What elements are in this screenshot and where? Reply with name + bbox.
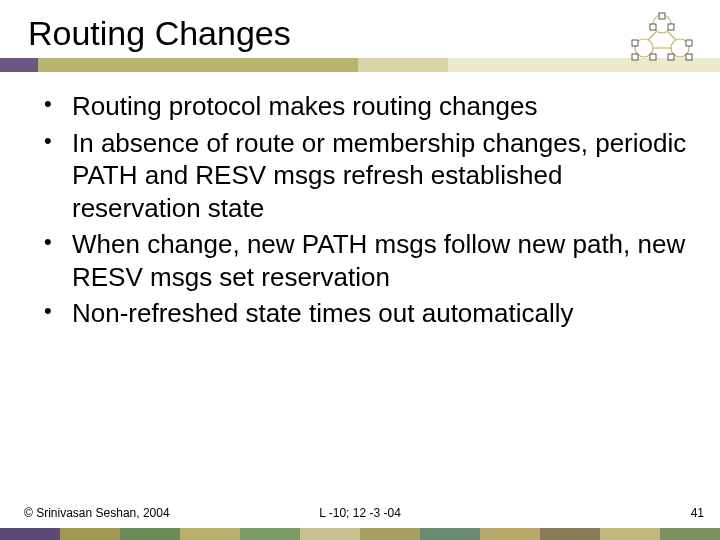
svg-line-4 — [668, 32, 676, 40]
svg-rect-8 — [668, 24, 674, 30]
svg-rect-9 — [632, 40, 638, 46]
bullet-list: Routing protocol makes routing changes I… — [30, 90, 690, 334]
bullet-item: Non-refreshed state times out automatica… — [30, 297, 690, 330]
svg-line-3 — [648, 32, 656, 40]
network-diagram-icon — [622, 10, 702, 68]
svg-rect-11 — [650, 54, 656, 60]
bullet-item: Routing protocol makes routing changes — [30, 90, 690, 123]
decorative-top-band — [0, 58, 720, 72]
bullet-item: In absence of route or membership change… — [30, 127, 690, 225]
slide-title: Routing Changes — [28, 14, 291, 53]
slide: Routing Changes — [0, 0, 720, 540]
svg-rect-12 — [668, 54, 674, 60]
bullet-item: When change, new PATH msgs follow new pa… — [30, 228, 690, 293]
svg-rect-13 — [686, 40, 692, 46]
svg-rect-10 — [632, 54, 638, 60]
decorative-bottom-band — [0, 528, 720, 540]
slide-number: 41 — [691, 506, 704, 520]
svg-rect-6 — [659, 13, 665, 19]
footer-lecture-id: L -10; 12 -3 -04 — [319, 506, 401, 520]
svg-rect-14 — [686, 54, 692, 60]
footer-copyright: © Srinivasan Seshan, 2004 — [24, 506, 170, 520]
svg-rect-7 — [650, 24, 656, 30]
